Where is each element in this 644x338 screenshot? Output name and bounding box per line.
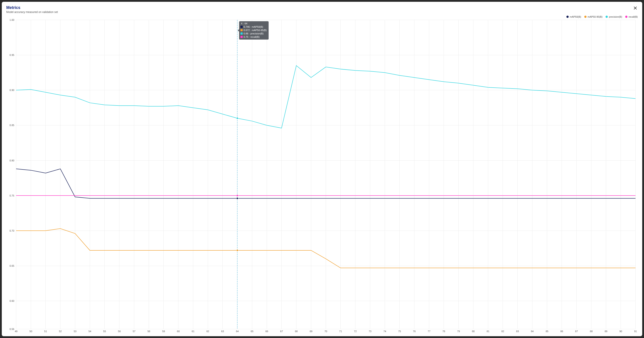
svg-text:0.90: 0.90 [10, 89, 14, 92]
svg-text:52: 52 [59, 330, 62, 333]
svg-text:49: 49 [15, 330, 18, 333]
svg-text:86: 86 [560, 330, 563, 333]
legend-item-map5095[interactable]: mAP50-95(B) [584, 16, 603, 18]
close-icon [634, 6, 637, 10]
svg-point-111 [236, 117, 238, 119]
svg-text:65: 65 [251, 330, 253, 333]
legend-label: mAP50(B) [570, 16, 581, 18]
svg-text:0.746 : mAP50(B): 0.746 : mAP50(B) [244, 26, 263, 28]
panel-subtitle: Model accuracy measured on validation se… [6, 10, 58, 14]
svg-text:0.80: 0.80 [10, 159, 14, 162]
svg-text:0.75: 0.75 [10, 194, 14, 197]
legend-item-recall[interactable]: recall(B) [625, 16, 638, 18]
svg-text:90: 90 [620, 330, 622, 333]
svg-text:56: 56 [118, 330, 121, 333]
legend-item-precision[interactable]: precision(B) [606, 16, 622, 18]
svg-text:80: 80 [472, 330, 474, 333]
svg-text:74: 74 [384, 330, 386, 333]
svg-text:75: 75 [398, 330, 401, 333]
svg-text:58: 58 [147, 330, 150, 333]
svg-rect-118 [240, 29, 242, 31]
svg-text:59: 59 [162, 330, 165, 333]
svg-text:53: 53 [74, 330, 76, 333]
svg-text:63: 63 [221, 330, 224, 333]
panel-title: Metrics [6, 5, 58, 10]
svg-text:69: 69 [310, 330, 312, 333]
svg-text:82: 82 [501, 330, 504, 333]
svg-text:0.56: 0.56 [10, 328, 14, 330]
svg-text:73: 73 [369, 330, 372, 333]
svg-text:50: 50 [30, 330, 32, 333]
svg-text:0.85: 0.85 [10, 124, 14, 126]
svg-text:67: 67 [280, 330, 283, 333]
svg-text:60: 60 [177, 330, 180, 333]
title-block: Metrics Model accuracy measured on valid… [6, 5, 58, 14]
svg-point-109 [236, 198, 238, 199]
svg-text:70: 70 [324, 330, 327, 333]
svg-text:0.60: 0.60 [10, 300, 14, 302]
legend-swatch [584, 16, 586, 18]
panel-header: Metrics Model accuracy measured on valid… [6, 5, 638, 14]
svg-text:81: 81 [486, 330, 489, 333]
svg-text:68: 68 [295, 330, 298, 333]
svg-text:84: 84 [531, 330, 534, 333]
svg-text:0.672 : mAP50-95(B): 0.672 : mAP50-95(B) [244, 29, 266, 32]
svg-text:83: 83 [516, 330, 519, 333]
close-button[interactable] [633, 5, 638, 11]
legend-swatch [625, 16, 628, 18]
metrics-panel: Metrics Model accuracy measured on valid… [2, 2, 642, 336]
svg-text:64: 64 [236, 330, 238, 333]
legend-label: precision(B) [609, 16, 622, 18]
svg-text:61: 61 [192, 330, 194, 333]
svg-text:88: 88 [590, 330, 592, 333]
svg-text:0.75 : recall(B): 0.75 : recall(B) [244, 36, 260, 38]
legend-label: mAP50-95(B) [588, 16, 603, 18]
svg-text:79: 79 [457, 330, 460, 333]
legend-swatch [566, 16, 569, 18]
legend-label: recall(B) [628, 16, 638, 18]
legend: mAP50(B) mAP50-95(B) precision(B) recall… [6, 16, 638, 18]
svg-rect-120 [240, 32, 242, 35]
chart-area[interactable]: 4950515253545556575859606162636465666768… [6, 19, 638, 334]
svg-rect-122 [240, 36, 242, 38]
svg-text:72: 72 [354, 330, 357, 333]
svg-rect-116 [240, 26, 242, 28]
svg-text:X : 64: X : 64 [241, 22, 247, 25]
legend-swatch [606, 16, 608, 18]
legend-item-map50[interactable]: mAP50(B) [566, 16, 581, 18]
svg-text:91: 91 [634, 330, 637, 333]
svg-text:0.86 : precision(B): 0.86 : precision(B) [244, 32, 264, 35]
svg-text:89: 89 [605, 330, 607, 333]
svg-text:0.95: 0.95 [10, 54, 14, 56]
svg-text:77: 77 [428, 330, 430, 333]
svg-text:71: 71 [339, 330, 342, 333]
svg-text:0.65: 0.65 [10, 264, 14, 267]
svg-text:87: 87 [575, 330, 578, 333]
svg-text:76: 76 [413, 330, 416, 333]
svg-text:55: 55 [103, 330, 106, 333]
svg-marker-113 [238, 29, 239, 32]
svg-text:0.70: 0.70 [10, 229, 14, 232]
svg-text:1.00: 1.00 [10, 19, 14, 21]
svg-text:51: 51 [44, 330, 47, 333]
svg-text:66: 66 [266, 330, 268, 333]
svg-point-112 [236, 195, 238, 196]
svg-point-110 [236, 250, 238, 251]
svg-text:78: 78 [442, 330, 445, 333]
svg-text:85: 85 [546, 330, 548, 333]
svg-text:62: 62 [206, 330, 209, 333]
metrics-line-chart[interactable]: 4950515253545556575859606162636465666768… [6, 19, 638, 334]
svg-text:57: 57 [132, 330, 135, 333]
svg-text:54: 54 [88, 330, 91, 333]
